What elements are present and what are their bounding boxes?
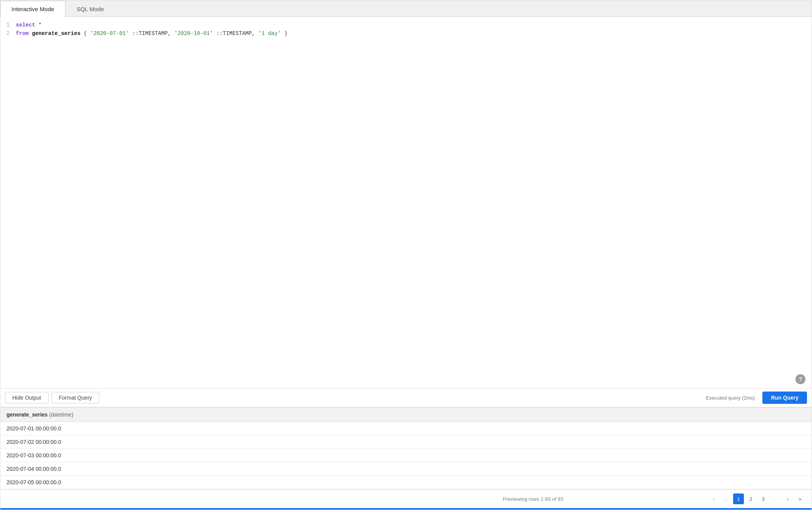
page-next-button[interactable]: › (782, 493, 793, 504)
tab-bar: Interactive Mode SQL Mode (0, 0, 812, 17)
main-container: Interactive Mode SQL Mode 1 select * 2 f… (0, 0, 812, 510)
double-colon-1: ::TIMESTAMP, (132, 30, 174, 37)
column-type: (datetime) (49, 412, 74, 418)
result-row-1: 2020-07-01 00:00:00.0 (0, 422, 812, 435)
str-date1: '2020-07-01' (90, 30, 129, 37)
code-editor[interactable]: 1 select * 2 from generate_series ( '202… (0, 17, 812, 388)
page-prev-button[interactable]: ‹ (721, 493, 732, 504)
bottom-accent-bar (0, 508, 812, 510)
pagination-info: Previewing rows 1-93 of 93 (358, 496, 708, 502)
results-header: generate_series (datetime) (0, 408, 812, 422)
page-ellipsis: … (770, 493, 781, 504)
status-text: Executed query (2ms) (706, 395, 755, 401)
line-content-2: from generate_series ( '2020-07-01' ::TI… (16, 29, 812, 38)
page-1-button[interactable]: 1 (733, 493, 744, 504)
fn-generate-series: generate_series (32, 30, 80, 37)
help-icon[interactable]: ? (795, 374, 805, 384)
pagination-bar: Previewing rows 1-93 of 93 « ‹ 1 2 3 … ›… (0, 489, 812, 508)
editor-area: 1 select * 2 from generate_series ( '202… (0, 17, 812, 388)
result-row-3: 2020-07-03 00:00:00.0 (0, 449, 812, 462)
page-2-button[interactable]: 2 (745, 493, 756, 504)
keyword-select: select (16, 22, 35, 28)
hide-output-button[interactable]: Hide Output (5, 392, 48, 403)
help-icon-wrapper: ? (795, 374, 805, 384)
page-first-button[interactable]: « (708, 493, 719, 504)
page-3-button[interactable]: 3 (758, 493, 769, 504)
page-last-button[interactable]: » (795, 493, 805, 504)
keyword-from: from (16, 30, 29, 37)
plain-star: * (38, 22, 42, 28)
run-query-button[interactable]: Run Query (762, 392, 807, 404)
paren-open: ( (84, 30, 87, 37)
result-row-5: 2020-07-05 00:00:00.0 (0, 476, 812, 489)
code-line-1: 1 select * (0, 21, 812, 29)
str-interval: '1 day' (258, 30, 281, 37)
format-query-button[interactable]: Format Query (52, 392, 99, 403)
pagination-controls: « ‹ 1 2 3 … › » (708, 493, 805, 504)
column-name: generate_series (7, 412, 48, 418)
double-colon-2: ::TIMESTAMP, (216, 30, 258, 37)
line-content-1: select * (16, 21, 812, 29)
result-row-4: 2020-07-04 00:00:00.0 (0, 462, 812, 476)
str-date2: '2020-10-01' (174, 30, 213, 37)
paren-close: ) (284, 30, 287, 37)
toolbar: Hide Output Format Query Executed query … (0, 388, 812, 407)
result-row-2: 2020-07-02 00:00:00.0 (0, 435, 812, 449)
tab-sql[interactable]: SQL Mode (65, 1, 115, 17)
line-number-1: 1 (0, 21, 16, 29)
code-line-2: 2 from generate_series ( '2020-07-01' ::… (0, 29, 812, 38)
results-area: generate_series (datetime) 2020-07-01 00… (0, 407, 812, 489)
line-number-2: 2 (0, 29, 16, 38)
tab-interactive[interactable]: Interactive Mode (0, 1, 65, 17)
